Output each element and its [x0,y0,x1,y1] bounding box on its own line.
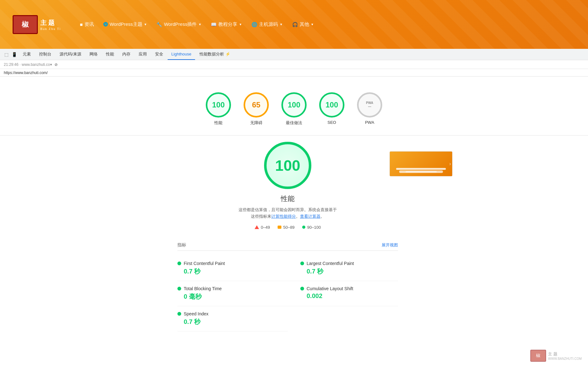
metric-fcp: First Contentful Paint 0.7 秒 [177,256,288,281]
score-circle-accessibility: 65 [244,92,269,118]
nav-item-hosting[interactable]: 🌐主机源码▼ [251,21,283,27]
legend-bad: 0–49 [255,225,270,230]
score-circle-best-practices: 100 [281,92,307,118]
legend-rect-icon [278,226,281,229]
big-score-circle: 100 [264,142,311,189]
preview-bar-2 [406,171,437,172]
metric-value-cls: 0.002 [300,292,398,300]
section-divider [0,135,588,135]
metric-value-fcp: 0.7 秒 [177,267,275,276]
metric-name-tbt: Total Blocking Time [184,286,222,291]
nav-item-wp-themes[interactable]: 🅦WordPress主题▼ [103,21,147,27]
legend-good: 90–100 [302,225,321,230]
logo-pinyin: Ban Zhu Ti [40,27,61,31]
url-bar: 21:29:46 · www.banzhuti.co▾ ⊘ [0,60,588,69]
metric-dot-lcp [300,262,304,265]
legend-ok: 50–89 [278,225,295,230]
nav-item-other[interactable]: 🎧其他▼ [292,21,314,27]
watermark-logo: 椒 [530,350,546,362]
score-circle-pwa: PWA— [357,92,382,118]
main-content: 100 性能 65 无障碍 100 最佳做法 100 SEO [0,77,588,341]
perf-description: 这些都是估算值，且可能会因时而异。系统会直接基于这些指标来计算性能得分。查看计算… [237,207,338,220]
preview-bar-1 [396,168,446,170]
watermark-text: 主 题 [548,351,582,357]
metric-value-lcp: 0.7 秒 [300,267,398,276]
score-label-pwa: PWA [365,120,374,125]
tab-memory[interactable]: 内存 [118,49,134,60]
tab-network[interactable]: 网络 [86,49,101,60]
metric-name-cls: Cumulative Layout Shift [307,286,353,291]
tab-sources[interactable]: 源代码/来源 [56,49,85,60]
main-nav: ■资讯 🅦WordPress主题▼ 🔧WordPress插件▼ 📖教程分享▼ 🌐… [80,21,314,27]
stop-icon[interactable]: ⊘ [55,62,58,67]
scores-row: 100 性能 65 无障碍 100 最佳做法 100 SEO [0,86,588,129]
nav-item-tutorials[interactable]: 📖教程分享▼ [211,21,242,27]
site-header: 椒 主 题 Ban Zhu Ti ■资讯 🅦WordPress主题▼ 🔧Word… [0,0,588,49]
metric-value-si: 0.7 秒 [177,318,275,326]
metrics-label: 指标 [177,242,186,248]
logo-area[interactable]: 椒 主 题 Ban Zhu Ti [13,15,61,34]
device-icon[interactable]: 📱 [11,51,17,58]
score-label-performance: 性能 [214,120,222,126]
full-url-line: https://www.banzhuti.com/ [0,69,588,77]
tab-application[interactable]: 应用 [135,49,151,60]
devtools-toolbar: ⬚ 📱 元素 控制台 源代码/来源 网络 性能 内存 应用 安全 Lightho… [0,49,588,60]
legend-triangle-icon [255,225,259,229]
tab-lighthouse[interactable]: Lighthouse [168,49,195,60]
expand-view-button[interactable]: 展开视图 [382,242,398,248]
metric-dot-fcp [177,262,181,265]
score-pwa: PWA— PWA [357,92,382,126]
metric-cls: Cumulative Layout Shift 0.002 [288,281,398,306]
perf-section-title: 性能 [281,194,295,204]
devtools-tabs: 元素 控制台 源代码/来源 网络 性能 内存 应用 安全 Lighthouse … [19,49,234,60]
metric-name-si: Speed Index [184,311,209,316]
score-best-practices: 100 最佳做法 [281,92,307,126]
score-accessibility: 65 无障碍 [244,92,269,126]
site-preview-thumbnail: › [389,151,453,176]
calc-score-link[interactable]: 计算性能得分 [271,214,296,219]
metric-dot-tbt [177,287,181,290]
score-circle-performance: 100 [206,92,231,118]
metric-name-fcp: First Contentful Paint [184,261,225,266]
metric-dot-si [177,312,181,316]
metrics-header: 指标 展开视图 [177,240,398,251]
metric-value-tbt: 0 毫秒 [177,292,275,301]
logo-icon: 椒 [13,15,38,34]
metric-lcp: Largest Contentful Paint 0.7 秒 [288,256,398,281]
metric-dot-cls [300,287,304,290]
score-label-accessibility: 无障碍 [250,120,262,126]
score-label-best-practices: 最佳做法 [286,120,302,126]
legend-dot-icon [302,226,305,229]
inspect-icon[interactable]: ⬚ [3,51,9,58]
tab-perf-analysis[interactable]: 性能数据分析 ⚡ [196,49,234,60]
tab-console[interactable]: 控制台 [35,49,55,60]
score-label-seo: SEO [327,120,336,125]
score-seo: 100 SEO [319,92,344,126]
metric-si: Speed Index 0.7 秒 [177,306,288,331]
preview-arrow-icon: › [449,161,451,167]
metrics-section: 指标 展开视图 First Contentful Paint 0.7 秒 [177,240,398,331]
metrics-grid: First Contentful Paint 0.7 秒 Largest Con… [177,256,398,331]
calc-tool-link[interactable]: 查看计算器 [300,214,320,219]
watermark: 椒 主 题 WWW.BANZHUTI.COM [530,350,582,362]
watermark-url: WWW.BANZHUTI.COM [548,357,582,360]
tab-security[interactable]: 安全 [151,49,167,60]
full-url: https://www.banzhuti.com/ [4,71,48,75]
tab-performance[interactable]: 性能 [102,49,118,60]
tab-elements[interactable]: 元素 [19,49,35,60]
timestamp: 21:29:46 · www.banzhuti.co▾ [4,62,52,67]
score-legend: 0–49 50–89 90–100 [255,225,321,230]
score-circle-seo: 100 [319,92,344,118]
logo-title: 主 题 [40,19,61,27]
metric-tbt: Total Blocking Time 0 毫秒 [177,281,288,306]
metric-name-lcp: Largest Contentful Paint [307,261,354,266]
nav-item-wp-plugins[interactable]: 🔧WordPress插件▼ [156,21,201,27]
score-performance: 100 性能 [206,92,231,126]
nav-item-news[interactable]: ■资讯 [80,21,94,27]
